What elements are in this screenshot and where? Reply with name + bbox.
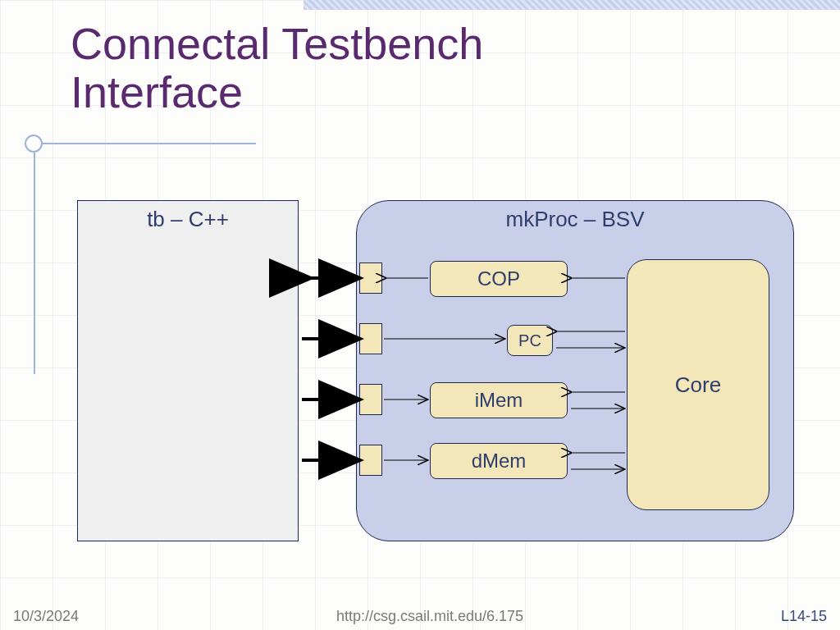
slide-title: Connectal Testbench Interface	[71, 20, 483, 117]
decorative-horizontal-rule	[43, 143, 256, 144]
decorative-bullet-icon	[25, 135, 43, 153]
imem-label: iMem	[475, 389, 523, 412]
interface-port-3	[359, 384, 382, 415]
interface-port-2	[359, 323, 382, 354]
mkproc-label: mkProc – BSV	[356, 207, 794, 232]
cop-box: COP	[430, 261, 568, 297]
interface-port-1	[359, 262, 382, 294]
footer-url: http://csg.csail.mit.edu/6.175	[336, 608, 523, 625]
slide-footer: 10/3/2024 http://csg.csail.mit.edu/6.175…	[0, 608, 840, 625]
dmem-box: dMem	[430, 443, 568, 479]
dmem-label: dMem	[472, 450, 527, 472]
tb-box	[77, 200, 299, 541]
imem-box: iMem	[430, 382, 568, 418]
footer-date: 10/3/2024	[13, 608, 79, 625]
core-box: Core	[627, 259, 769, 510]
title-line-1: Connectal Testbench	[71, 19, 483, 68]
interface-port-4	[359, 445, 382, 476]
title-line-2: Interface	[71, 67, 243, 116]
decorative-top-band	[304, 0, 840, 10]
pc-box: PC	[507, 325, 553, 356]
core-label: Core	[675, 372, 721, 398]
cop-label: COP	[477, 267, 520, 290]
tb-label: tb – C++	[77, 207, 299, 232]
decorative-vertical-rule	[34, 153, 35, 374]
pc-label: PC	[518, 331, 541, 350]
footer-slide-number: L14-15	[781, 608, 827, 625]
